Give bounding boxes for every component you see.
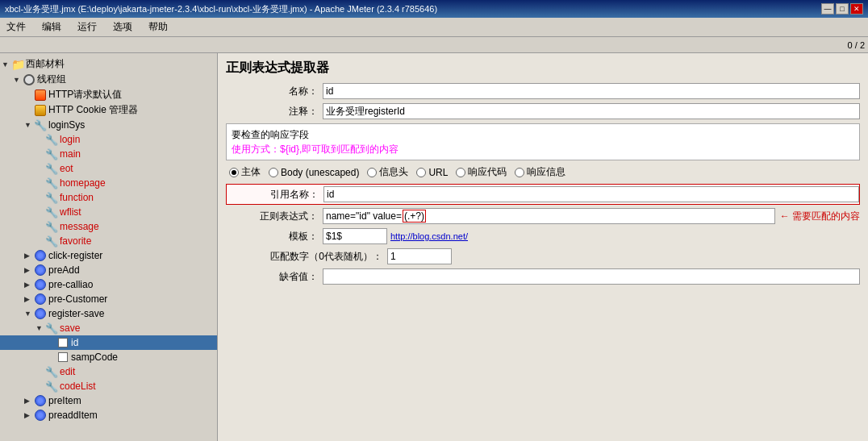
name-input[interactable] — [323, 83, 860, 99]
title-bar: xbcl-业务受理.jmx (E:\deploy\jakarta-jmeter-… — [0, 0, 868, 18]
radio-group: 主体 Body (unescaped) 信息头 URL 响应代码 响应信息 — [226, 165, 860, 179]
menu-item-0[interactable]: 文件 — [3, 19, 29, 35]
radio-body-unescaped-label: Body (unescaped) — [281, 167, 359, 178]
tree-item-favorite[interactable]: 🔧favorite — [0, 234, 217, 248]
main-layout: ▼📁西邮材料▼线程组HTTP请求默认值HTTP Cookie 管理器▼🔧logi… — [0, 53, 868, 441]
tree-item-pre-Customer[interactable]: ▶pre-Customer — [0, 292, 217, 306]
expand-save[interactable]: ▼ — [35, 324, 45, 332]
name-row: 名称： — [226, 83, 860, 99]
radio-body[interactable]: 主体 — [229, 165, 261, 179]
expand-root[interactable]: ▼ — [2, 60, 11, 69]
expand-preaddItem[interactable]: ▶ — [24, 411, 34, 419]
tree-item-edit[interactable]: 🔧edit — [0, 364, 217, 379]
ref-name-input[interactable] — [323, 186, 859, 202]
expand-register-save[interactable]: ▼ — [24, 310, 34, 318]
tree-item-click-register[interactable]: ▶click-register — [0, 248, 217, 263]
ref-section: 引用名称： — [226, 184, 860, 205]
tree-item-root[interactable]: ▼📁西邮材料 — [0, 56, 217, 72]
info-line1: 要检查的响应字段 — [232, 127, 854, 142]
icon-login: 🔧 — [45, 133, 58, 146]
icon-save: 🔧 — [45, 322, 58, 335]
tree-item-codeList[interactable]: 🔧codeList — [0, 379, 217, 393]
radio-response-code[interactable]: 响应代码 — [456, 165, 507, 179]
expand-pre-Customer[interactable]: ▶ — [24, 295, 34, 303]
tree-item-preItem[interactable]: ▶preItem — [0, 393, 217, 408]
tree-item-preAdd[interactable]: ▶preAdd — [0, 263, 217, 277]
default-input[interactable] — [323, 268, 860, 285]
menu-item-2[interactable]: 运行 — [74, 19, 100, 35]
tree-item-eot[interactable]: 🔧eot — [0, 161, 217, 176]
expand-pre-calliao[interactable]: ▶ — [24, 281, 34, 289]
expand-preAdd[interactable]: ▶ — [24, 266, 34, 274]
icon-function: 🔧 — [45, 191, 58, 204]
info-box: 要检查的响应字段 使用方式：${id},即可取到匹配到的内容 — [226, 123, 860, 160]
tree-item-http-default[interactable]: HTTP请求默认值 — [0, 87, 217, 102]
expand-threadgroup[interactable]: ▼ — [13, 76, 23, 84]
expand-click-register[interactable]: ▶ — [24, 252, 34, 260]
radio-response-code-circle — [456, 168, 465, 177]
icon-wflist: 🔧 — [45, 206, 58, 218]
tree-item-message[interactable]: 🔧message — [0, 219, 217, 234]
title-controls: — □ ✕ — [821, 3, 863, 15]
tree-item-wflist[interactable]: 🔧wflist — [0, 205, 217, 219]
tree-item-main[interactable]: 🔧main — [0, 147, 217, 161]
toolbar-area: 0 / 2 — [0, 37, 868, 53]
tree-item-function[interactable]: 🔧function — [0, 190, 217, 205]
template-label: 模板： — [226, 230, 323, 243]
radio-header[interactable]: 信息头 — [367, 165, 408, 179]
icon-id: ✓ — [56, 336, 69, 349]
icon-pre-calliao — [34, 278, 47, 291]
radio-response-info-circle — [515, 168, 524, 177]
expand-preItem[interactable]: ▶ — [24, 397, 34, 405]
tree-item-loginSys[interactable]: ▼🔧loginSys — [0, 118, 217, 132]
icon-http-default — [34, 89, 47, 102]
radio-response-info[interactable]: 响应信息 — [515, 165, 565, 179]
menu-item-1[interactable]: 编辑 — [39, 19, 65, 35]
close-button[interactable]: ✕ — [850, 3, 863, 15]
radio-response-info-label: 响应信息 — [527, 165, 565, 179]
icon-edit: 🔧 — [45, 365, 58, 378]
info-line2: 使用方式：${id},即可取到匹配到的内容 — [232, 142, 854, 156]
label-pre-Customer: pre-Customer — [48, 293, 107, 305]
icon-threadgroup — [23, 73, 35, 86]
comment-label: 注释： — [226, 105, 323, 119]
label-login: login — [60, 134, 80, 145]
tree-item-register-save[interactable]: ▼register-save — [0, 306, 217, 321]
tree-item-cookie-mgr[interactable]: HTTP Cookie 管理器 — [0, 102, 217, 118]
tree-item-id[interactable]: ✓id — [0, 335, 217, 350]
tree-item-threadgroup[interactable]: ▼线程组 — [0, 72, 217, 87]
tree-item-homepage[interactable]: 🔧homepage — [0, 176, 217, 190]
icon-cookie-mgr — [34, 104, 47, 117]
menu-item-3[interactable]: 选项 — [110, 19, 136, 35]
tree-item-save[interactable]: ▼🔧save — [0, 321, 217, 335]
regex-row: 正则表达式： name="id" value=(.+?) ← 需要匹配的内容 — [226, 208, 860, 224]
expand-loginSys[interactable]: ▼ — [24, 121, 34, 129]
match-label: 匹配数字（0代表随机）： — [226, 250, 387, 264]
tree-item-preaddItem[interactable]: ▶preaddItem — [0, 408, 217, 422]
label-click-register: click-register — [48, 250, 102, 261]
comment-input[interactable] — [323, 103, 860, 119]
window-title: xbcl-业务受理.jmx (E:\deploy\jakarta-jmeter-… — [5, 3, 437, 15]
tree-item-login[interactable]: 🔧login — [0, 132, 217, 147]
name-label: 名称： — [226, 85, 323, 98]
comment-row: 注释： — [226, 103, 860, 119]
minimize-button[interactable]: — — [821, 3, 834, 15]
label-sampCode: sampCode — [71, 352, 118, 363]
label-preItem: preItem — [48, 395, 81, 406]
icon-root: 📁 — [11, 58, 24, 71]
tree-item-pre-calliao[interactable]: ▶pre-calliao — [0, 277, 217, 292]
label-id: id — [71, 337, 78, 348]
tree-item-sampCode[interactable]: sampCode — [0, 350, 217, 364]
match-input[interactable] — [387, 248, 452, 264]
label-main: main — [60, 148, 81, 160]
menu-item-4[interactable]: 帮助 — [145, 19, 171, 35]
label-loginSys: loginSys — [48, 119, 85, 131]
match-row: 匹配数字（0代表随机）： — [226, 248, 860, 264]
template-input[interactable] — [323, 228, 387, 244]
radio-url[interactable]: URL — [416, 167, 448, 178]
radio-body-unescaped[interactable]: Body (unescaped) — [269, 167, 359, 178]
ref-name-label: 引用名称： — [227, 188, 323, 202]
panel-title: 正则表达式提取器 — [226, 60, 860, 77]
radio-body-unescaped-circle — [269, 168, 278, 177]
maximize-button[interactable]: □ — [836, 3, 849, 15]
